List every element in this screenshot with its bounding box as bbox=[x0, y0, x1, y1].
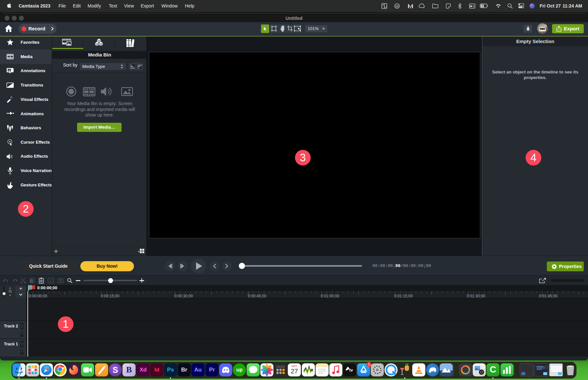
svg-text:tv: tv bbox=[349, 368, 353, 372]
